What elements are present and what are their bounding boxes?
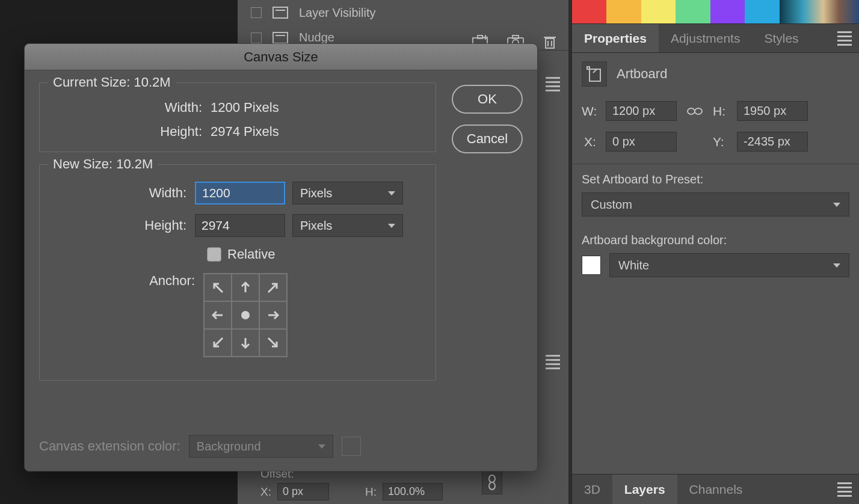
- panel-tabs: Properties Adjustments Styles: [572, 24, 859, 53]
- ext-color-value: Background: [197, 440, 261, 453]
- cancel-button[interactable]: Cancel: [452, 124, 523, 153]
- bgcolor-swatch[interactable]: [582, 256, 601, 275]
- new-width-label: Width:: [54, 185, 195, 201]
- svg-point-15: [695, 108, 702, 114]
- offset-x-input[interactable]: [277, 483, 329, 500]
- offset-x-label: X:: [260, 485, 271, 499]
- width-unit-value: Pixels: [300, 186, 332, 200]
- width-input[interactable]: [606, 101, 677, 121]
- trash-icon[interactable]: [543, 35, 556, 52]
- anchor-n[interactable]: [232, 274, 259, 301]
- tab-adjustments[interactable]: Adjustments: [659, 24, 753, 52]
- tab-channels[interactable]: Channels: [677, 475, 755, 504]
- preset-label: Set Artboard to Preset:: [572, 164, 859, 192]
- anchor-label: Anchor:: [54, 273, 203, 289]
- swatches-thumbnail: [572, 0, 859, 24]
- anchor-center[interactable]: [232, 301, 259, 329]
- chevron-down-icon: [318, 444, 325, 449]
- new-height-label: Height:: [54, 218, 195, 233]
- tab-styles[interactable]: Styles: [752, 24, 810, 52]
- tab-properties[interactable]: Properties: [572, 24, 659, 52]
- x-input[interactable]: [606, 132, 677, 152]
- history-checkbox[interactable]: [251, 32, 262, 43]
- svg-line-23: [268, 338, 277, 346]
- width-unit-select[interactable]: Pixels: [292, 182, 403, 204]
- height-input[interactable]: [737, 101, 808, 121]
- bgcolor-value: White: [618, 259, 649, 272]
- new-size-fieldset: New Size: 10.2M Width: Pixels Height: Pi…: [39, 164, 436, 381]
- ext-color-select: Background: [189, 435, 333, 458]
- panel-menu-icon[interactable]: [546, 77, 561, 91]
- y-label: Y:: [713, 135, 731, 149]
- svg-point-12: [489, 482, 495, 490]
- artboard-title: Artboard: [617, 66, 667, 82]
- svg-line-21: [214, 338, 223, 346]
- offset-h-input[interactable]: [383, 483, 443, 500]
- offset-h-label: H:: [365, 485, 377, 499]
- x-label: X:: [582, 135, 600, 149]
- current-size-fieldset: Current Size: 10.2M Width: 1200 Pixels H…: [39, 82, 436, 152]
- relative-label: Relative: [227, 247, 275, 262]
- new-size-legend: New Size: 10.2M: [48, 156, 158, 172]
- current-width-value: 1200 Pixels: [211, 100, 279, 115]
- tab-layers[interactable]: Layers: [612, 475, 677, 504]
- anchor-s[interactable]: [232, 329, 259, 357]
- anchor-nw[interactable]: [204, 274, 232, 301]
- ext-color-label: Canvas extension color:: [39, 438, 180, 454]
- width-label: W:: [582, 104, 600, 118]
- offset-section: Offset: X: H:: [260, 467, 443, 500]
- artboard-icon: [582, 61, 607, 87]
- right-panel: Properties Adjustments Styles Artboard W…: [571, 0, 859, 504]
- ok-button[interactable]: OK: [452, 85, 523, 114]
- panel-menu-icon[interactable]: [837, 482, 852, 497]
- history-item[interactable]: Layer Visibility: [238, 0, 568, 25]
- chevron-down-icon: [833, 203, 840, 207]
- layer-visibility-icon: [272, 7, 288, 19]
- tab-3d[interactable]: 3D: [572, 475, 612, 504]
- anchor-grid: [203, 273, 288, 357]
- link-icon[interactable]: [482, 470, 502, 494]
- svg-rect-1: [478, 35, 482, 38]
- svg-rect-7: [546, 38, 554, 48]
- current-height-label: Height:: [54, 124, 211, 140]
- anchor-e[interactable]: [259, 301, 287, 329]
- svg-rect-5: [513, 35, 519, 38]
- panel-menu-icon[interactable]: [837, 31, 852, 46]
- current-height-value: 2974 Pixels: [211, 124, 279, 140]
- height-unit-select[interactable]: Pixels: [292, 214, 403, 237]
- y-input[interactable]: [737, 132, 808, 152]
- panel-menu-icon[interactable]: [546, 355, 561, 369]
- history-label: Layer Visibility: [299, 6, 375, 20]
- svg-line-18: [268, 284, 277, 292]
- bgcolor-select[interactable]: White: [609, 253, 849, 277]
- bottom-panel-tabs: 3D Layers Channels: [572, 474, 859, 504]
- relative-checkbox[interactable]: [207, 247, 221, 262]
- anchor-se[interactable]: [259, 329, 287, 357]
- current-width-label: Width:: [54, 100, 211, 115]
- ext-color-swatch: [342, 437, 361, 456]
- new-height-input[interactable]: [195, 214, 285, 237]
- svg-point-11: [489, 475, 495, 482]
- height-label: H:: [713, 104, 731, 118]
- history-label: Nudge: [299, 31, 334, 45]
- chevron-down-icon: [388, 191, 395, 195]
- preset-value: Custom: [591, 198, 632, 212]
- svg-line-16: [214, 284, 223, 292]
- svg-point-14: [688, 108, 695, 114]
- history-checkbox[interactable]: [251, 7, 262, 18]
- new-width-input[interactable]: [195, 182, 285, 204]
- dialog-title: Canvas Size: [25, 44, 537, 70]
- anchor-ne[interactable]: [259, 274, 287, 301]
- canvas-size-dialog: Canvas Size OK Cancel Current Size: 10.2…: [24, 43, 538, 472]
- height-unit-value: Pixels: [300, 219, 332, 233]
- nudge-icon: [272, 32, 288, 44]
- bgcolor-label: Artboard background color:: [572, 225, 859, 253]
- anchor-w[interactable]: [204, 301, 232, 329]
- current-size-legend: Current Size: 10.2M: [48, 75, 176, 90]
- preset-select[interactable]: Custom: [582, 192, 849, 217]
- chevron-down-icon: [833, 263, 840, 268]
- chevron-down-icon: [388, 224, 395, 228]
- anchor-sw[interactable]: [204, 329, 232, 357]
- link-icon[interactable]: [683, 105, 707, 117]
